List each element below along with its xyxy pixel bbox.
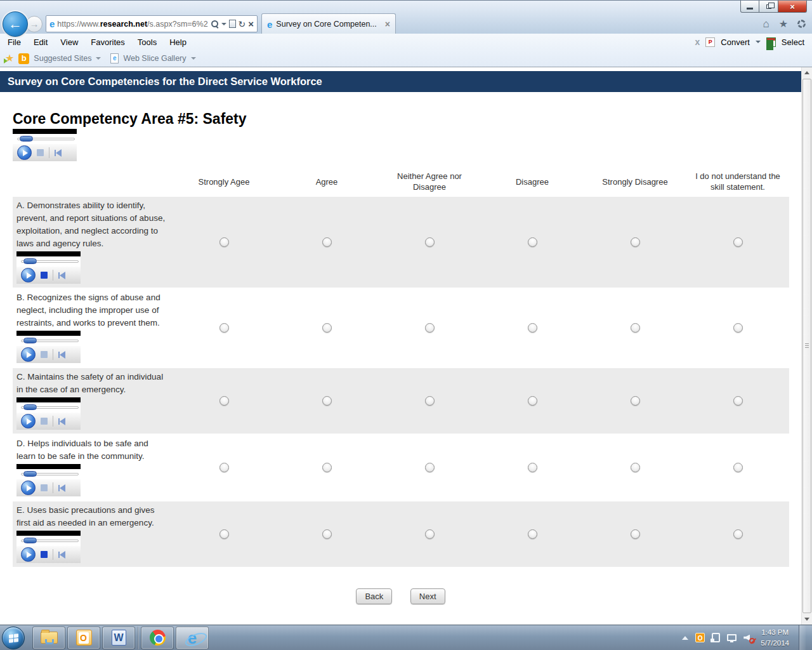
radio-option[interactable] <box>425 237 435 247</box>
back-button[interactable]: ← <box>3 11 28 37</box>
radio-option[interactable] <box>425 529 435 539</box>
radio-option[interactable] <box>631 529 640 539</box>
radio-option[interactable] <box>528 529 537 539</box>
player-seek-track[interactable] <box>16 256 81 267</box>
show-desktop-button[interactable] <box>799 625 806 650</box>
radio-option[interactable] <box>322 529 332 539</box>
outlook-tray-icon[interactable]: O <box>695 633 705 642</box>
suggested-sites-caret[interactable] <box>96 57 101 60</box>
menu-tools[interactable]: Tools <box>131 37 163 47</box>
search-dropdown-caret[interactable] <box>221 23 226 25</box>
convert-button[interactable]: Convert <box>721 37 750 47</box>
play-button[interactable] <box>21 268 36 282</box>
close-button[interactable]: × <box>778 1 807 13</box>
player-seek-track[interactable] <box>16 336 81 346</box>
restore-button[interactable] <box>759 1 778 13</box>
power-plug-icon[interactable] <box>712 633 720 642</box>
stop-load-icon[interactable]: × <box>248 19 254 29</box>
search-icon[interactable] <box>211 20 219 29</box>
browser-tab[interactable]: e Survey on Core Competen... × <box>261 13 396 34</box>
select-button[interactable]: Select <box>782 37 804 47</box>
player-seek-track[interactable] <box>16 402 81 413</box>
radio-option[interactable] <box>733 396 743 406</box>
radio-option[interactable] <box>631 463 640 472</box>
player-seek-track[interactable] <box>13 134 77 144</box>
player-seek-track[interactable] <box>16 536 81 546</box>
radio-option[interactable] <box>425 323 435 333</box>
radio-option[interactable] <box>322 396 332 406</box>
radio-option[interactable] <box>631 323 640 333</box>
menu-help[interactable]: Help <box>163 37 193 47</box>
toolbar-close-icon[interactable]: x <box>695 37 700 47</box>
radio-option[interactable] <box>733 323 743 333</box>
stop-button[interactable] <box>41 484 48 491</box>
minimize-button[interactable] <box>740 1 759 13</box>
radio-option[interactable] <box>219 237 229 247</box>
radio-option[interactable] <box>219 396 229 406</box>
back-survey-button[interactable]: Back <box>356 588 392 604</box>
radio-option[interactable] <box>322 323 332 333</box>
radio-option[interactable] <box>631 237 640 247</box>
scrollbar-thumb[interactable] <box>802 79 811 613</box>
web-slice-caret[interactable] <box>191 57 196 60</box>
radio-option[interactable] <box>733 529 743 539</box>
forward-button[interactable]: → <box>26 16 43 32</box>
radio-option[interactable] <box>219 463 229 472</box>
scroll-down-icon[interactable] <box>802 614 812 625</box>
menu-file[interactable]: File <box>1 37 27 47</box>
menu-view[interactable]: View <box>54 37 84 47</box>
radio-option[interactable] <box>528 237 537 247</box>
taskbar-item-explorer[interactable] <box>32 627 65 649</box>
skip-to-start-button[interactable] <box>58 551 65 559</box>
vertical-scrollbar[interactable] <box>801 67 812 625</box>
skip-to-start-button[interactable] <box>55 149 62 157</box>
skip-to-start-button[interactable] <box>58 418 65 425</box>
taskbar-item-chrome[interactable] <box>141 627 174 649</box>
hidden-icons-arrow[interactable] <box>682 636 688 640</box>
taskbar-item-ie[interactable]: e <box>176 627 209 649</box>
radio-option[interactable] <box>322 463 332 472</box>
player-seek-thumb[interactable] <box>23 404 37 410</box>
stop-button[interactable] <box>41 418 48 425</box>
radio-option[interactable] <box>425 463 435 472</box>
favorites-icon[interactable]: ★ <box>779 19 788 29</box>
radio-option[interactable] <box>528 396 537 406</box>
play-button[interactable] <box>21 481 36 495</box>
radio-option[interactable] <box>219 323 229 333</box>
radio-option[interactable] <box>322 237 332 247</box>
player-seek-thumb[interactable] <box>23 471 37 477</box>
radio-option[interactable] <box>528 463 537 472</box>
address-bar[interactable]: e https://www.research.net/s.aspx?sm=6%2… <box>46 15 258 32</box>
play-button[interactable] <box>21 414 36 428</box>
radio-option[interactable] <box>528 323 537 333</box>
web-slice-gallery-link[interactable]: Web Slice Gallery <box>123 54 186 63</box>
start-button[interactable] <box>2 627 25 649</box>
player-seek-thumb[interactable] <box>23 538 37 543</box>
play-button[interactable] <box>21 547 36 562</box>
radio-option[interactable] <box>219 529 229 539</box>
radio-option[interactable] <box>733 463 743 472</box>
menu-edit[interactable]: Edit <box>27 37 54 47</box>
stop-button[interactable] <box>41 551 48 558</box>
radio-option[interactable] <box>631 396 640 406</box>
network-icon[interactable] <box>727 634 737 641</box>
player-seek-track[interactable] <box>16 469 81 479</box>
gear-icon[interactable] <box>797 20 806 28</box>
refresh-icon[interactable]: ↻ <box>239 20 246 29</box>
play-button[interactable] <box>21 347 36 362</box>
stop-button[interactable] <box>41 351 48 358</box>
play-button[interactable] <box>17 145 32 160</box>
menu-favorites[interactable]: Favorites <box>84 37 131 47</box>
compatibility-view-icon[interactable] <box>229 20 236 28</box>
scroll-up-icon[interactable] <box>802 67 812 78</box>
volume-muted-icon[interactable] <box>743 633 754 642</box>
skip-to-start-button[interactable] <box>58 484 65 492</box>
taskbar-item-word[interactable]: W <box>102 627 135 649</box>
radio-option[interactable] <box>733 237 743 247</box>
tab-close-icon[interactable]: × <box>385 19 390 29</box>
clock[interactable]: 1:43 PM 5/7/2014 <box>761 627 789 648</box>
player-seek-thumb[interactable] <box>20 136 33 142</box>
add-favorite-icon[interactable]: ★ <box>5 53 14 63</box>
url-text[interactable]: https://www.research.net/s.aspx?sm=6%2b <box>57 20 207 29</box>
convert-dropdown-caret[interactable] <box>756 41 761 43</box>
